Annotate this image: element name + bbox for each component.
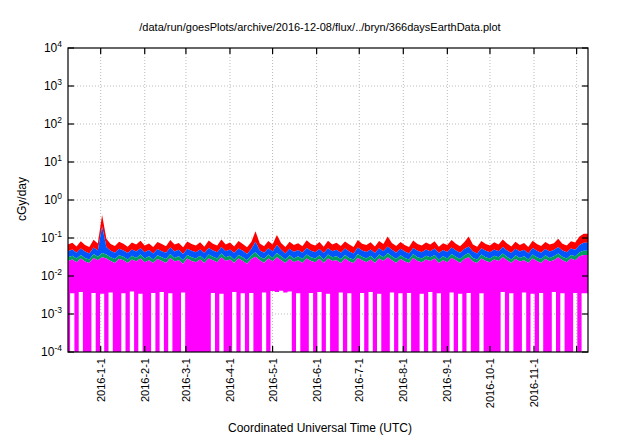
y-tick-label: 10-4 bbox=[41, 343, 62, 359]
x-tick-label: 2016-5-1 bbox=[267, 358, 279, 402]
y-tick-label: 102 bbox=[44, 115, 62, 131]
y-tick-label: 101 bbox=[44, 153, 62, 169]
x-axis-label: Coordinated Universal Time (UTC) bbox=[0, 421, 640, 435]
x-tick-label: 2016-10-1 bbox=[484, 358, 496, 408]
x-tick-label: 2016-11-1 bbox=[528, 358, 540, 407]
plot-area: 10410310210110010-110-210-310-42016-1-12… bbox=[0, 0, 640, 448]
x-tick-label: 2016-6-1 bbox=[311, 358, 323, 402]
y-tick-label: 10-1 bbox=[41, 229, 62, 245]
x-tick-label: 2016-2-1 bbox=[139, 358, 151, 402]
goes-plot-window: /data/run/goesPlots/archive/2016-12-08/f… bbox=[0, 0, 640, 448]
x-tick-label: 2016-8-1 bbox=[397, 358, 409, 402]
y-tick-label: 10-3 bbox=[41, 305, 62, 321]
y-tick-label: 104 bbox=[44, 39, 62, 55]
x-tick-label: 2016-4-1 bbox=[224, 358, 236, 402]
x-tick-label: 2016-9-1 bbox=[441, 358, 453, 402]
y-tick-label: 100 bbox=[44, 191, 62, 207]
x-tick-label: 2016-1-1 bbox=[95, 358, 107, 402]
x-tick-label: 2016-7-1 bbox=[353, 358, 365, 402]
y-tick-label: 103 bbox=[44, 77, 62, 93]
y-tick-label: 10-2 bbox=[41, 267, 62, 283]
x-tick-label: 2016-3-1 bbox=[180, 358, 192, 402]
